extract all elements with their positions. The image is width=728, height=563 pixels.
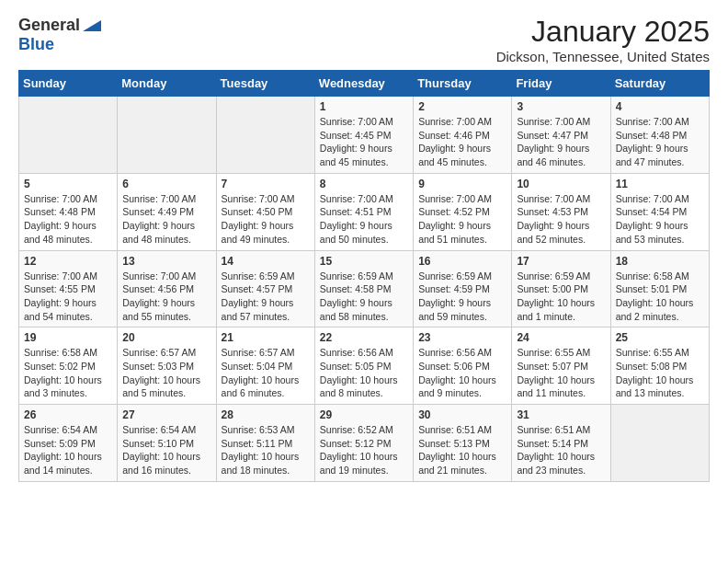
calendar-cell-w1-d4: 1Sunrise: 7:00 AM Sunset: 4:45 PM Daylig… (314, 97, 413, 174)
day-number: 9 (418, 178, 506, 190)
day-info: Sunrise: 6:55 AM Sunset: 5:08 PM Dayligh… (616, 346, 704, 400)
header-friday: Friday (512, 71, 610, 97)
day-info: Sunrise: 6:51 AM Sunset: 5:14 PM Dayligh… (517, 423, 605, 477)
calendar-cell-w1-d2 (118, 97, 216, 174)
calendar-cell-w1-d7: 4Sunrise: 7:00 AM Sunset: 4:48 PM Daylig… (610, 97, 709, 174)
calendar-cell-w5-d2: 27Sunrise: 6:54 AM Sunset: 5:10 PM Dayli… (118, 405, 216, 482)
day-number: 27 (122, 408, 210, 421)
day-number: 7 (222, 178, 310, 190)
day-number: 26 (24, 408, 112, 421)
day-number: 24 (517, 331, 605, 344)
day-number: 20 (122, 331, 210, 344)
day-info: Sunrise: 6:52 AM Sunset: 5:12 PM Dayligh… (320, 423, 408, 477)
calendar-cell-w4-d2: 20Sunrise: 6:57 AM Sunset: 5:03 PM Dayli… (118, 327, 216, 405)
calendar-cell-w2-d7: 11Sunrise: 7:00 AM Sunset: 4:54 PM Dayli… (610, 173, 709, 250)
calendar-cell-w2-d1: 5Sunrise: 7:00 AM Sunset: 4:48 PM Daylig… (19, 173, 118, 250)
header-tuesday: Tuesday (216, 71, 314, 97)
header-thursday: Thursday (414, 71, 512, 97)
day-info: Sunrise: 6:56 AM Sunset: 5:06 PM Dayligh… (418, 346, 506, 400)
header-monday: Monday (118, 71, 216, 97)
calendar-cell-w5-d6: 31Sunrise: 6:51 AM Sunset: 5:14 PM Dayli… (512, 405, 610, 482)
calendar-cell-w3-d1: 12Sunrise: 7:00 AM Sunset: 4:55 PM Dayli… (19, 250, 118, 327)
day-info: Sunrise: 7:00 AM Sunset: 4:52 PM Dayligh… (418, 192, 506, 247)
logo-flag-icon (83, 17, 101, 35)
calendar-cell-w4-d1: 19Sunrise: 6:58 AM Sunset: 5:02 PM Dayli… (19, 327, 118, 405)
day-number: 29 (320, 408, 408, 421)
day-info: Sunrise: 7:00 AM Sunset: 4:45 PM Dayligh… (320, 115, 408, 169)
calendar-title: January 2025 (496, 15, 710, 49)
calendar-cell-w4-d3: 21Sunrise: 6:57 AM Sunset: 5:04 PM Dayli… (216, 327, 314, 405)
day-number: 6 (122, 178, 210, 190)
calendar-cell-w3-d4: 15Sunrise: 6:59 AM Sunset: 4:58 PM Dayli… (314, 250, 413, 327)
calendar-week-2: 5Sunrise: 7:00 AM Sunset: 4:48 PM Daylig… (19, 173, 710, 250)
header: General Blue January 2025 Dickson, Tenne… (18, 15, 710, 64)
day-info: Sunrise: 6:53 AM Sunset: 5:11 PM Dayligh… (222, 423, 310, 477)
day-info: Sunrise: 6:54 AM Sunset: 5:09 PM Dayligh… (24, 423, 112, 477)
day-info: Sunrise: 7:00 AM Sunset: 4:49 PM Dayligh… (122, 192, 210, 247)
day-number: 18 (616, 255, 704, 268)
day-info: Sunrise: 6:58 AM Sunset: 5:01 PM Dayligh… (616, 270, 704, 324)
logo-general-text: General (18, 16, 80, 35)
day-number: 25 (616, 331, 704, 344)
calendar-cell-w5-d4: 29Sunrise: 6:52 AM Sunset: 5:12 PM Dayli… (314, 405, 413, 482)
calendar-cell-w1-d3 (216, 97, 314, 174)
day-info: Sunrise: 7:00 AM Sunset: 4:46 PM Dayligh… (418, 115, 506, 169)
day-number: 4 (616, 100, 704, 113)
calendar-week-4: 19Sunrise: 6:58 AM Sunset: 5:02 PM Dayli… (19, 327, 710, 405)
day-number: 1 (320, 100, 408, 113)
calendar-header-row: Sunday Monday Tuesday Wednesday Thursday… (19, 71, 710, 97)
calendar-cell-w3-d3: 14Sunrise: 6:59 AM Sunset: 4:57 PM Dayli… (216, 250, 314, 327)
day-number: 5 (24, 178, 112, 190)
day-number: 22 (320, 331, 408, 344)
calendar-cell-w4-d4: 22Sunrise: 6:56 AM Sunset: 5:05 PM Dayli… (314, 327, 413, 405)
day-number: 11 (616, 178, 704, 190)
day-info: Sunrise: 6:59 AM Sunset: 4:59 PM Dayligh… (418, 270, 506, 324)
calendar-cell-w1-d6: 3Sunrise: 7:00 AM Sunset: 4:47 PM Daylig… (512, 97, 610, 174)
day-number: 2 (418, 100, 506, 113)
calendar-week-3: 12Sunrise: 7:00 AM Sunset: 4:55 PM Dayli… (19, 250, 710, 327)
day-number: 19 (24, 331, 112, 344)
calendar-week-5: 26Sunrise: 6:54 AM Sunset: 5:09 PM Dayli… (19, 405, 710, 482)
svg-marker-0 (83, 20, 101, 31)
day-info: Sunrise: 6:55 AM Sunset: 5:07 PM Dayligh… (517, 346, 605, 400)
day-info: Sunrise: 6:57 AM Sunset: 5:03 PM Dayligh… (122, 346, 210, 400)
day-number: 30 (418, 408, 506, 421)
calendar-cell-w2-d6: 10Sunrise: 7:00 AM Sunset: 4:53 PM Dayli… (512, 173, 610, 250)
calendar-cell-w3-d5: 16Sunrise: 6:59 AM Sunset: 4:59 PM Dayli… (414, 250, 512, 327)
day-info: Sunrise: 7:00 AM Sunset: 4:55 PM Dayligh… (24, 270, 112, 324)
calendar-cell-w5-d5: 30Sunrise: 6:51 AM Sunset: 5:13 PM Dayli… (414, 405, 512, 482)
calendar-cell-w5-d1: 26Sunrise: 6:54 AM Sunset: 5:09 PM Dayli… (19, 405, 118, 482)
day-info: Sunrise: 6:57 AM Sunset: 5:04 PM Dayligh… (222, 346, 310, 400)
day-info: Sunrise: 6:56 AM Sunset: 5:05 PM Dayligh… (320, 346, 408, 400)
calendar-cell-w2-d4: 8Sunrise: 7:00 AM Sunset: 4:51 PM Daylig… (314, 173, 413, 250)
day-number: 23 (418, 331, 506, 344)
title-block: January 2025 Dickson, Tennessee, United … (496, 15, 710, 64)
logo: General Blue (18, 15, 101, 54)
day-number: 13 (122, 255, 210, 268)
day-number: 16 (418, 255, 506, 268)
header-wednesday: Wednesday (314, 71, 413, 97)
calendar-cell-w2-d2: 6Sunrise: 7:00 AM Sunset: 4:49 PM Daylig… (118, 173, 216, 250)
day-number: 8 (320, 178, 408, 190)
calendar-cell-w4-d7: 25Sunrise: 6:55 AM Sunset: 5:08 PM Dayli… (610, 327, 709, 405)
day-info: Sunrise: 7:00 AM Sunset: 4:54 PM Dayligh… (616, 192, 704, 247)
calendar-cell-w4-d6: 24Sunrise: 6:55 AM Sunset: 5:07 PM Dayli… (512, 327, 610, 405)
page-container: General Blue January 2025 Dickson, Tenne… (0, 0, 728, 497)
day-number: 17 (517, 255, 605, 268)
day-info: Sunrise: 7:00 AM Sunset: 4:56 PM Dayligh… (122, 270, 210, 324)
day-number: 10 (517, 178, 605, 190)
day-info: Sunrise: 6:59 AM Sunset: 4:57 PM Dayligh… (222, 270, 310, 324)
day-number: 15 (320, 255, 408, 268)
day-info: Sunrise: 6:51 AM Sunset: 5:13 PM Dayligh… (418, 423, 506, 477)
day-info: Sunrise: 7:00 AM Sunset: 4:48 PM Dayligh… (24, 192, 112, 247)
day-number: 31 (517, 408, 605, 421)
day-number: 28 (222, 408, 310, 421)
calendar-subtitle: Dickson, Tennessee, United States (496, 49, 710, 64)
calendar-week-1: 1Sunrise: 7:00 AM Sunset: 4:45 PM Daylig… (19, 97, 710, 174)
day-info: Sunrise: 7:00 AM Sunset: 4:51 PM Dayligh… (320, 192, 408, 247)
calendar-cell-w4-d5: 23Sunrise: 6:56 AM Sunset: 5:06 PM Dayli… (414, 327, 512, 405)
day-info: Sunrise: 7:00 AM Sunset: 4:50 PM Dayligh… (222, 192, 310, 247)
day-info: Sunrise: 6:54 AM Sunset: 5:10 PM Dayligh… (122, 423, 210, 477)
logo-blue-text: Blue (18, 35, 54, 53)
day-info: Sunrise: 7:00 AM Sunset: 4:53 PM Dayligh… (517, 192, 605, 247)
